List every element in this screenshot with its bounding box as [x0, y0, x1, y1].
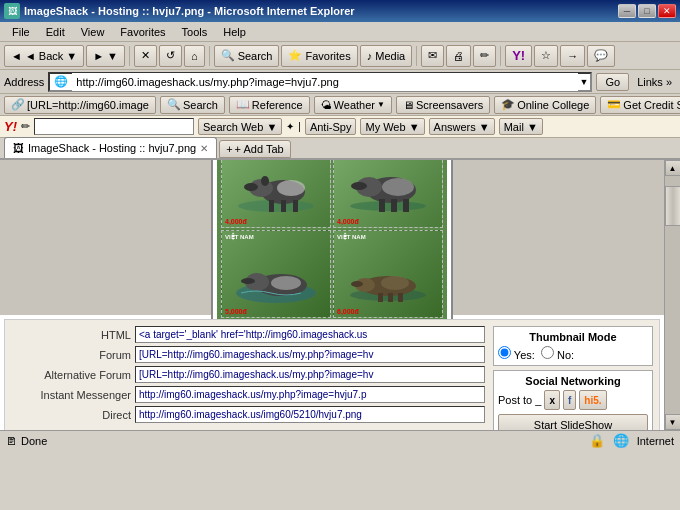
stamp-4: 6,000đ VIỆT NAM: [333, 230, 443, 318]
address-label: Address: [4, 76, 44, 88]
direct-value[interactable]: http://img60.imageshack.us/img60/5210/hv…: [135, 406, 485, 423]
stamp-row-2: 5,000đ VIỆT NAM: [221, 230, 443, 318]
menu-help[interactable]: Help: [215, 24, 254, 40]
svg-point-22: [241, 278, 255, 284]
stamp-1: 4,000đ VIỆT NAM: [221, 160, 331, 228]
linksbar-item-1[interactable]: 🔍 Search: [160, 96, 225, 114]
go-button[interactable]: Go: [596, 73, 629, 91]
refresh-icon: ↺: [166, 49, 175, 62]
svg-point-9: [277, 180, 305, 196]
menu-file[interactable]: File: [4, 24, 38, 40]
extra-btn2[interactable]: →: [560, 45, 585, 67]
globe-icon: 🌐: [613, 433, 629, 448]
search-icon-link: 🔍: [167, 98, 181, 111]
messenger-icon: 💬: [594, 49, 608, 62]
titlebar: 🖼 ImageShack - Hosting :: hvju7.png - Mi…: [0, 0, 680, 22]
altforum-value[interactable]: [URL=http://img60.imageshack.us/my.php?i…: [135, 366, 485, 383]
address-lock-icon: 🌐: [50, 75, 72, 88]
scroll-up-button[interactable]: ▲: [665, 160, 681, 176]
im-value[interactable]: http://img60.imageshack.us/my.php?image=…: [135, 386, 485, 403]
add-tab-button[interactable]: + + Add Tab: [219, 140, 290, 158]
menu-view[interactable]: View: [73, 24, 113, 40]
extra-btn3[interactable]: 💬: [587, 45, 615, 67]
menu-edit[interactable]: Edit: [38, 24, 73, 40]
info-panel: HTML <a target='_blank' href='http://img…: [4, 319, 660, 430]
status-left: 🖹 Done: [6, 435, 581, 447]
stamp-3-country: VIỆT NAM: [225, 233, 254, 240]
tab-close-0[interactable]: ✕: [200, 143, 208, 154]
app-icon: 🖼: [4, 3, 20, 19]
mail-button-search[interactable]: Mail ▼: [499, 118, 543, 135]
yahoo-button[interactable]: Y!: [505, 45, 532, 67]
media-button[interactable]: ♪ Media: [360, 45, 412, 67]
svg-rect-16: [391, 199, 397, 212]
mail-button[interactable]: ✉: [421, 45, 444, 67]
separator2: [209, 46, 210, 66]
scroll-down-button[interactable]: ▼: [665, 414, 681, 430]
back-icon: ◄: [11, 50, 22, 62]
no-label: No:: [541, 346, 574, 361]
menu-favorites[interactable]: Favorites: [112, 24, 173, 40]
status-text: Done: [21, 435, 47, 447]
extra-btn1[interactable]: ☆: [534, 45, 558, 67]
yahoo-logo: Y!: [4, 119, 17, 134]
zone-label: Internet: [637, 435, 674, 447]
status-page-icon: 🖹: [6, 435, 17, 447]
linksbar-item-3[interactable]: 🌤 Weather ▼: [314, 96, 392, 114]
favorites-button[interactable]: ⭐ Favorites: [281, 45, 357, 67]
stop-button[interactable]: ✕: [134, 45, 157, 67]
separator: [129, 46, 130, 66]
social-title: Social Networking: [498, 375, 648, 387]
answers-button[interactable]: Answers ▼: [429, 118, 495, 135]
svg-point-4: [244, 183, 258, 191]
add-tab-icon: +: [226, 143, 232, 155]
search-web-button[interactable]: Search Web ▼: [198, 118, 282, 135]
scroll-thumb[interactable]: [665, 186, 681, 226]
forward-button[interactable]: ► ▼: [86, 45, 125, 67]
svg-point-5: [261, 176, 269, 186]
html-value[interactable]: <a target='_blank' href='http://img60.im…: [135, 326, 485, 343]
address-input[interactable]: [72, 73, 577, 91]
svg-rect-30: [398, 293, 403, 302]
svg-point-14: [351, 182, 367, 190]
scroll-track[interactable]: [665, 176, 681, 414]
links-label[interactable]: Links »: [633, 76, 676, 88]
menu-tools[interactable]: Tools: [174, 24, 216, 40]
svg-rect-15: [379, 199, 385, 212]
post-hi5-button[interactable]: hi5.: [579, 390, 606, 410]
maximize-button[interactable]: □: [638, 4, 656, 18]
back-button[interactable]: ◄ ◄ Back ▼: [4, 45, 84, 67]
tab-0[interactable]: 🖼 ImageShack - Hosting :: hvju7.png ✕: [4, 137, 217, 158]
antispyware-button[interactable]: Anti-Spy: [305, 118, 357, 135]
search-button[interactable]: 🔍 Search: [214, 45, 280, 67]
linksbar-item-6[interactable]: 💳 Get Credit Scor: [600, 96, 680, 114]
linksbar: 🔗 [URL=http://img60.image 🔍 Search 📖 Ref…: [0, 94, 680, 116]
minimize-button[interactable]: ─: [618, 4, 636, 18]
forum-value[interactable]: [URL=http://img60.imageshack.us/my.php?i…: [135, 346, 485, 363]
linksbar-item-4[interactable]: 🖥 Screensavers: [396, 96, 490, 114]
edit-button[interactable]: ✏: [473, 45, 496, 67]
yes-radio[interactable]: [498, 346, 511, 359]
refresh-button[interactable]: ↺: [159, 45, 182, 67]
linksbar-item-0[interactable]: 🔗 [URL=http://img60.image: [4, 96, 156, 114]
stamp-images: 4,000đ VIỆT NAM: [221, 160, 443, 228]
myweb-button[interactable]: My Web ▼: [360, 118, 424, 135]
search-input[interactable]: [34, 118, 194, 135]
no-radio[interactable]: [541, 346, 554, 359]
stamp-4-country: VIỆT NAM: [337, 233, 366, 240]
search-arrow: ✦: [286, 121, 294, 132]
home-button[interactable]: ⌂: [184, 45, 205, 67]
post-row: Post to _ x f hi5.: [498, 390, 648, 410]
tapir-svg-3: [231, 243, 321, 305]
close-button[interactable]: ✕: [658, 4, 676, 18]
post-f-button[interactable]: f: [563, 390, 576, 410]
linksbar-item-2[interactable]: 📖 Reference: [229, 96, 310, 114]
tapir-svg-4: [343, 243, 433, 305]
linksbar-item-5[interactable]: 🎓 Online College: [494, 96, 596, 114]
radio-row: Yes: No:: [498, 346, 648, 361]
addressbar: Address 🌐 ▼ Go Links »: [0, 70, 680, 94]
post-x-button[interactable]: x: [544, 390, 560, 410]
address-dropdown-icon[interactable]: ▼: [578, 77, 591, 87]
print-button[interactable]: 🖨: [446, 45, 471, 67]
slideshow-button[interactable]: Start SlideShow: [498, 414, 648, 430]
